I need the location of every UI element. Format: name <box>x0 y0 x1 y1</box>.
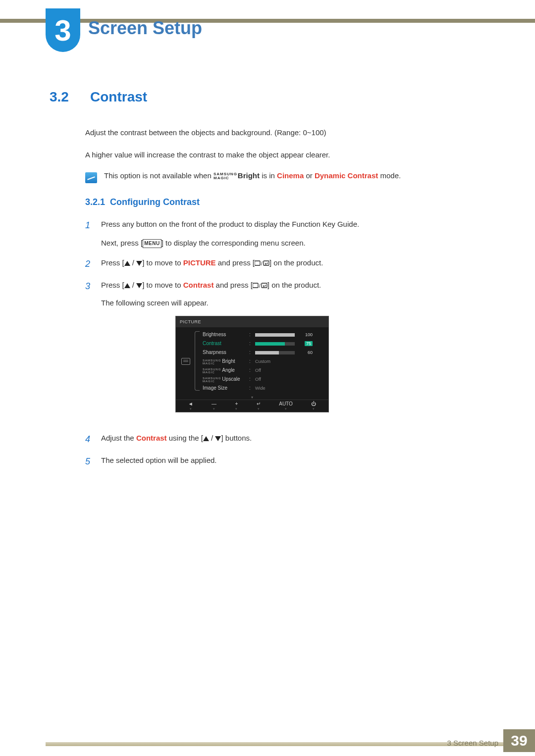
s4-contrast: Contrast <box>136 434 167 442</box>
osd-list: Brightness:100Contrast:75Sharpness:60SAM… <box>196 330 328 393</box>
osd-value: 75 <box>301 340 313 347</box>
s4-end: ] buttons. <box>221 434 252 442</box>
step-4: 4 Adjust the Contrast using the [ / ] bu… <box>85 432 495 447</box>
content-area: 3.2 Contrast Adjust the contrast between… <box>50 89 495 477</box>
down-arrow-icon <box>215 436 221 441</box>
osd-bar <box>255 333 295 337</box>
osd-footer-button: —▾ <box>212 402 216 411</box>
osd-footer-button: ⏻▾ <box>311 402 316 411</box>
s2-end: ] on the product. <box>269 258 323 267</box>
s3-pre: Press [ <box>101 281 124 289</box>
osd-colon: : <box>249 375 252 383</box>
s3-end: ] on the product. <box>268 281 321 289</box>
osd-row: SAMSUNGMAGICBright:Custom <box>196 357 324 366</box>
osd-value: 100 <box>301 331 313 338</box>
osd-row: Contrast:75 <box>196 339 324 348</box>
note-mid: is in <box>260 171 277 180</box>
step-2-body: Press [ / ] to move to PICTURE and press… <box>101 257 495 271</box>
down-arrow-icon <box>136 261 142 266</box>
svg-rect-3 <box>253 283 258 288</box>
subsection-header: 3.2.1 Configuring Contrast <box>85 197 495 207</box>
osd-footer-button: +▾ <box>235 402 238 411</box>
s3-and: and press [ <box>214 281 252 289</box>
s4-pre: Adjust the <box>101 434 136 442</box>
s1b-post: ] to display the corresponding menu scre… <box>161 239 306 247</box>
note-block: This option is not available when SAMSUN… <box>85 171 495 183</box>
osd-value: 60 <box>301 349 313 356</box>
header-stripe <box>0 19 535 23</box>
step-2: 2 Press [ / ] to move to PICTURE and pre… <box>85 257 495 271</box>
chapter-title: Screen Setup <box>88 18 202 39</box>
chapter-badge: 3 <box>46 8 80 52</box>
note-icon <box>85 172 97 183</box>
intro-p2: A higher value will increase the contras… <box>85 150 495 161</box>
up-arrow-icon <box>124 261 130 266</box>
section-header: 3.2 Contrast <box>50 89 495 105</box>
step-4-body: Adjust the Contrast using the [ / ] butt… <box>101 432 495 447</box>
osd-picture-icon <box>181 358 190 365</box>
osd-row: Brightness:100 <box>196 330 324 339</box>
osd-label: SAMSUNGMAGICBright <box>203 357 246 365</box>
osd-bar <box>255 351 295 354</box>
osd-value: Off <box>255 367 261 374</box>
step-num-5: 5 <box>85 454 93 469</box>
osd-row: SAMSUNGMAGICUpscale:Off <box>196 375 324 384</box>
samsung-magic-logo: SAMSUNGMAGIC <box>214 172 237 180</box>
osd-label: SAMSUNGMAGICUpscale <box>203 375 246 383</box>
s3-contrast: Contrast <box>183 281 214 289</box>
svg-rect-2 <box>264 261 269 265</box>
osd-row: Sharpness:60 <box>196 348 324 357</box>
osd-footer-button: ↵▾ <box>257 402 261 411</box>
s1b-pre: Next, press [ <box>101 239 143 247</box>
subsection-title: Configuring Contrast <box>110 197 200 207</box>
s4-mid: using the [ <box>167 434 203 442</box>
osd-scroll-down-icon: ▾ <box>176 395 328 400</box>
step-5-body: The selected option will be applied. <box>101 454 495 469</box>
osd-colon: : <box>249 357 252 365</box>
osd-footer-button: ◄▾ <box>188 402 193 411</box>
osd-title: PICTURE <box>176 316 328 327</box>
up-arrow-icon <box>124 283 130 288</box>
up-arrow-icon <box>203 436 209 441</box>
s3-mid: ] to move to <box>142 281 183 289</box>
s2-mid: ] to move to <box>142 258 183 267</box>
intro-p1: Adjust the contrast between the objects … <box>85 127 495 139</box>
osd-footer: ◄▾—▾+▾↵▾AUTO▾⏻▾ <box>176 400 328 412</box>
osd-colon: : <box>249 340 252 348</box>
footer-label: 3 Screen Setup <box>447 739 498 747</box>
osd-label: Sharpness <box>203 349 246 356</box>
osd-colon: : <box>249 349 252 356</box>
footer-page-number: 39 <box>503 729 535 752</box>
osd-brace <box>195 331 200 391</box>
step-num-1: 1 <box>85 218 93 249</box>
svg-rect-0 <box>255 261 260 265</box>
section-title: Contrast <box>90 89 147 105</box>
osd-row: Image Size:Wide <box>196 384 324 393</box>
s3-tail: The following screen will appear. <box>101 297 495 309</box>
note-pre: This option is not available when <box>104 171 214 180</box>
osd-bar <box>255 342 295 346</box>
step-3-body: Press [ / ] to move to Contrast and pres… <box>101 279 495 424</box>
step-5: 5 The selected option will be applied. <box>85 454 495 469</box>
step-num-4: 4 <box>85 432 93 447</box>
s2-pre: Press [ <box>101 258 124 267</box>
down-arrow-icon <box>136 283 142 288</box>
step-1a: Press any button on the front of the pro… <box>101 218 495 230</box>
svg-rect-5 <box>262 283 267 288</box>
svg-text:/: / <box>259 283 261 289</box>
osd-row: SAMSUNGMAGICAngle:Off <box>196 366 324 375</box>
note-bright: Bright <box>238 171 260 180</box>
osd-value: Custom <box>255 358 270 365</box>
s2-and: and press [ <box>216 258 255 267</box>
note-cinema: Cinema <box>277 171 304 180</box>
osd-screenshot: PICTURE Brightness:100Contrast:75Sharpne… <box>175 316 329 412</box>
osd-colon: : <box>249 331 252 339</box>
step-1: 1 Press any button on the front of the p… <box>85 218 495 249</box>
step-3: 3 Press [ / ] to move to Contrast and pr… <box>85 279 495 424</box>
enter-icon: / <box>253 281 268 289</box>
osd-value: Off <box>255 376 261 383</box>
section-number: 3.2 <box>50 89 75 105</box>
osd-label: Contrast <box>203 340 246 348</box>
note-text: This option is not available when SAMSUN… <box>104 171 401 180</box>
svg-text:/: / <box>261 261 263 266</box>
